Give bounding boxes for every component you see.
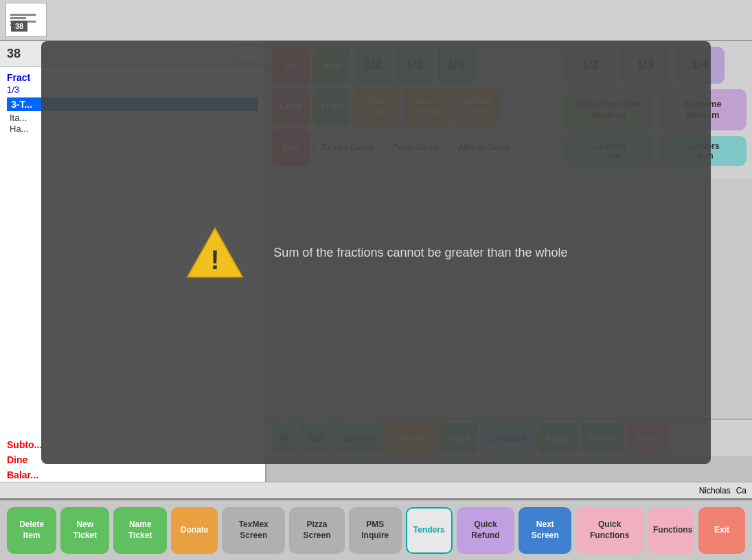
- bottom-toolbar: Delete Item New Ticket Name Ticket Donat…: [0, 498, 752, 560]
- status-extra: Ca: [736, 486, 747, 495]
- receipt-line-1: [10, 14, 36, 16]
- receipt-line-2: [10, 17, 26, 19]
- donate-button[interactable]: Donate: [171, 507, 218, 554]
- top-bar: 38: [0, 0, 752, 41]
- modal-message: Sum of the fractions cannot be greater t…: [273, 246, 567, 260]
- order-number-display: 38: [7, 47, 21, 61]
- quick-refund-button[interactable]: Quick Refund: [457, 507, 515, 554]
- next-screen-button[interactable]: Next Screen: [519, 507, 571, 554]
- order-num-badge: 38: [11, 21, 27, 32]
- new-ticket-button[interactable]: New Ticket: [60, 507, 109, 554]
- pms-inquire-button[interactable]: PMS Inquire: [349, 507, 402, 554]
- functions-button[interactable]: Functions: [648, 507, 694, 554]
- pizza-screen-button[interactable]: Pizza Screen: [289, 507, 345, 554]
- delete-item-button[interactable]: Delete Item: [7, 507, 56, 554]
- status-bar: Nicholas Ca: [0, 482, 752, 498]
- exit-button[interactable]: Exit: [698, 507, 745, 554]
- quick-functions-button[interactable]: Quick Functions: [576, 507, 643, 554]
- balance-line: Balar...: [7, 469, 258, 480]
- warning-icon: !: [184, 225, 246, 280]
- tenders-button[interactable]: Tenders: [406, 507, 453, 554]
- svg-text:!: !: [211, 245, 220, 275]
- user-name: Nicholas: [699, 486, 731, 495]
- texmex-screen-button[interactable]: TexMex Screen: [222, 507, 285, 554]
- name-ticket-button[interactable]: Name Ticket: [113, 507, 167, 554]
- receipt-icon: [5, 3, 47, 37]
- modal-overlay: ! Sum of the fractions cannot be greater…: [41, 41, 711, 464]
